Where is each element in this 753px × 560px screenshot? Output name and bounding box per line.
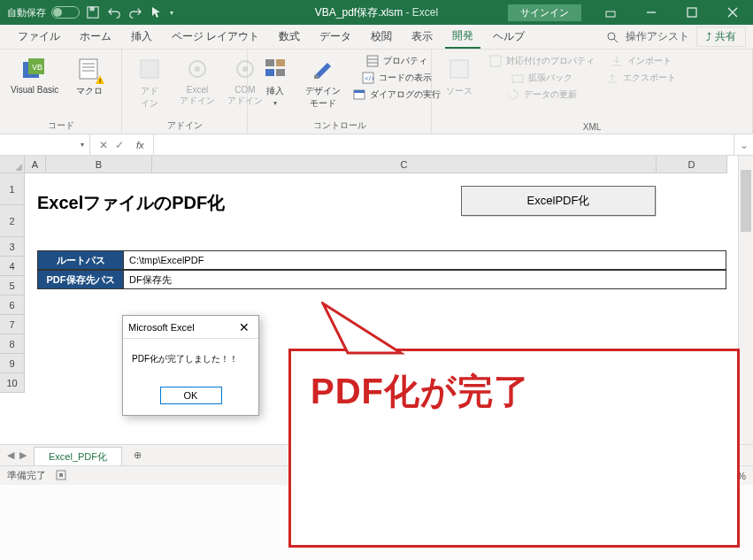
tab-pagelayout[interactable]: ページ レイアウト [165, 26, 266, 48]
qat-dropdown-icon[interactable]: ▾ [170, 9, 173, 17]
row-header-10[interactable]: 10 [0, 373, 25, 393]
root-path-value[interactable]: C:\tmp\ExcelPDF [124, 250, 726, 270]
tab-review[interactable]: 校閲 [364, 26, 399, 48]
signin-button[interactable]: サインイン [508, 4, 581, 21]
visual-basic-button[interactable]: VB Visual Basic [5, 53, 64, 96]
search-icon[interactable] [606, 31, 619, 43]
dialog-ok-button[interactable]: OK [160, 387, 222, 404]
import-button[interactable]: インポート [602, 53, 680, 69]
sheet-nav-prev-icon[interactable]: ◀ [7, 449, 14, 461]
export-icon [605, 71, 619, 85]
row-header-9[interactable]: 9 [0, 354, 25, 373]
source-button[interactable]: ソース [437, 53, 481, 99]
enter-formula-icon[interactable]: ✓ [115, 139, 124, 151]
name-box[interactable]: ▾ [0, 134, 90, 155]
col-header-c[interactable]: C [152, 156, 657, 173]
maximize-icon[interactable] [672, 0, 712, 25]
insert-dropdown-icon: ▾ [273, 99, 277, 107]
formula-input[interactable] [154, 134, 734, 155]
undo-icon[interactable] [106, 4, 122, 20]
view-code-button[interactable]: </> コードの表示 [349, 70, 444, 86]
properties-button[interactable]: プロパティ [349, 53, 444, 69]
tab-home[interactable]: ホーム [73, 26, 119, 48]
sheet-nav-next-icon[interactable]: ▶ [19, 449, 27, 461]
msgbox-dialog: Microsoft Excel ✕ PDF化が完了しました！！ OK [122, 315, 259, 416]
dialog-close-icon[interactable]: ✕ [235, 320, 253, 334]
insert-control-label: 挿入 [266, 85, 284, 97]
ribbon-display-icon[interactable] [590, 0, 631, 25]
macros-icon: ! [75, 55, 104, 83]
insert-control-icon [261, 55, 289, 83]
group-addins-label: アドイン [127, 118, 242, 132]
tab-file[interactable]: ファイル [11, 26, 67, 48]
macros-button[interactable]: ! マクロ [67, 53, 111, 99]
row-header-2[interactable]: 2 [0, 205, 25, 237]
excel-pdf-button[interactable]: ExcelPDF化 [461, 186, 656, 216]
sheet-tab-1[interactable]: Excel_PDF化 [34, 447, 122, 466]
map-properties-button[interactable]: 対応付けのプロパティ [485, 53, 598, 69]
titlebar: 自動保存 ▾ VBA_pdf保存.xlsm - Excel サインイン [0, 0, 753, 25]
tab-developer[interactable]: 開発 [445, 25, 480, 49]
row-header-4[interactable]: 4 [0, 257, 25, 276]
com-addins-icon [231, 55, 259, 83]
col-header-d[interactable]: D [657, 156, 727, 173]
root-path-label: ルートパス [37, 250, 124, 270]
svg-rect-4 [688, 8, 696, 17]
cursor-icon[interactable] [149, 4, 165, 20]
tellme-label[interactable]: 操作アシスト [626, 29, 689, 44]
expand-formula-bar-icon[interactable]: ⌄ [734, 134, 753, 155]
save-icon[interactable] [85, 4, 101, 20]
export-button[interactable]: エクスポート [602, 70, 680, 86]
addins-button[interactable]: アド イン [127, 53, 172, 111]
tab-data[interactable]: データ [312, 26, 358, 48]
redo-icon[interactable] [127, 4, 143, 20]
namebox-dropdown-icon[interactable]: ▾ [81, 141, 84, 149]
row-header-5[interactable]: 5 [0, 276, 25, 295]
share-button[interactable]: ⤴ 共有 [696, 27, 746, 47]
refresh-data-label: データの更新 [524, 88, 577, 101]
tab-view[interactable]: 表示 [404, 26, 440, 48]
pdf-dest-value[interactable]: DF保存先 [124, 270, 726, 289]
svg-rect-23 [265, 69, 274, 76]
insert-control-button[interactable]: 挿入 ▾ [253, 53, 297, 109]
svg-rect-22 [276, 59, 285, 66]
tab-formulas[interactable]: 数式 [272, 26, 307, 48]
dialog-message: PDF化が完了しました！！ [123, 339, 258, 380]
pdf-dest-label: PDF保存先パス [37, 270, 124, 289]
row-header-7[interactable]: 7 [0, 315, 25, 334]
close-icon[interactable] [712, 0, 753, 25]
col-header-a[interactable]: A [25, 156, 46, 173]
run-dialog-button[interactable]: ダイアログの実行 [349, 87, 444, 103]
row-header-3[interactable]: 3 [0, 237, 25, 257]
excel-addins-button[interactable]: Excel アドイン [175, 53, 219, 109]
vscroll-thumb[interactable] [741, 170, 751, 232]
tab-help[interactable]: ヘルプ [486, 26, 532, 48]
macro-record-icon[interactable] [55, 469, 67, 483]
fx-icon[interactable]: fx [131, 140, 144, 150]
design-mode-button[interactable]: デザイン モード [301, 53, 345, 111]
svg-rect-2 [606, 12, 615, 17]
svg-text:VB: VB [32, 63, 42, 72]
vertical-scrollbar[interactable] [738, 156, 753, 444]
properties-icon [365, 54, 380, 68]
svg-rect-21 [265, 59, 274, 66]
add-sheet-button[interactable]: ⊕ [127, 446, 147, 465]
cancel-formula-icon[interactable]: ✕ [99, 139, 108, 151]
refresh-data-button[interactable]: データの更新 [485, 87, 598, 103]
expansion-packs-button[interactable]: 拡張パック [485, 70, 598, 86]
select-all-corner[interactable] [0, 156, 25, 173]
row-header-6[interactable]: 6 [0, 295, 25, 315]
col-header-b[interactable]: B [46, 156, 152, 173]
minimize-icon[interactable] [631, 0, 672, 25]
svg-rect-34 [490, 56, 501, 66]
import-label: インポート [627, 55, 672, 67]
autosave-toggle[interactable] [51, 6, 80, 19]
annotation-callout: PDF化が完了 [288, 349, 740, 548]
tab-insert[interactable]: 挿入 [124, 26, 159, 48]
window-title: VBA_pdf保存.xlsm - Excel [315, 5, 438, 20]
row-header-1[interactable]: 1 [0, 173, 25, 205]
svg-rect-25 [314, 75, 319, 79]
share-label: 共有 [715, 29, 736, 44]
row-header-8[interactable]: 8 [0, 334, 25, 354]
expansion-packs-icon [511, 71, 525, 85]
